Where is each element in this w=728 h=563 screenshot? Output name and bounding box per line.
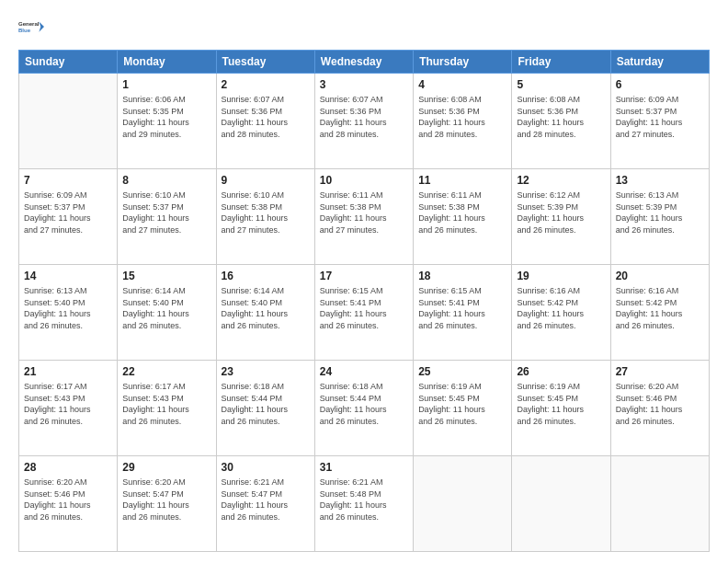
calendar-cell: 25Sunrise: 6:19 AM Sunset: 5:45 PM Dayli… — [414, 361, 512, 456]
calendar-header-monday: Monday — [118, 51, 216, 74]
calendar-cell: 18Sunrise: 6:15 AM Sunset: 5:41 PM Dayli… — [414, 265, 512, 361]
calendar-cell: 1Sunrise: 6:06 AM Sunset: 5:35 PM Daylig… — [118, 74, 216, 169]
calendar-cell: 4Sunrise: 6:08 AM Sunset: 5:36 PM Daylig… — [414, 74, 512, 169]
day-info: Sunrise: 6:17 AM Sunset: 5:43 PM Dayligh… — [24, 381, 112, 427]
day-info: Sunrise: 6:20 AM Sunset: 5:46 PM Dayligh… — [24, 477, 112, 523]
day-number: 20 — [616, 269, 704, 283]
day-info: Sunrise: 6:07 AM Sunset: 5:36 PM Dayligh… — [222, 94, 310, 140]
day-info: Sunrise: 6:10 AM Sunset: 5:38 PM Dayligh… — [222, 190, 310, 236]
day-number: 7 — [24, 173, 112, 188]
calendar-cell — [19, 74, 118, 169]
calendar-cell: 6Sunrise: 6:09 AM Sunset: 5:37 PM Daylig… — [610, 74, 709, 169]
calendar-cell: 23Sunrise: 6:18 AM Sunset: 5:44 PM Dayli… — [216, 361, 314, 456]
calendar-header-thursday: Thursday — [414, 51, 512, 74]
day-number: 15 — [122, 269, 210, 283]
day-info: Sunrise: 6:09 AM Sunset: 5:37 PM Dayligh… — [24, 190, 112, 236]
calendar-cell: 9Sunrise: 6:10 AM Sunset: 5:38 PM Daylig… — [216, 169, 314, 265]
svg-text:General: General — [18, 21, 40, 27]
day-number: 27 — [616, 364, 704, 379]
day-number: 11 — [418, 173, 506, 188]
calendar-table: SundayMondayTuesdayWednesdayThursdayFrid… — [18, 50, 710, 552]
calendar-cell: 29Sunrise: 6:20 AM Sunset: 5:47 PM Dayli… — [118, 456, 216, 552]
day-info: Sunrise: 6:20 AM Sunset: 5:46 PM Dayligh… — [616, 381, 704, 427]
day-info: Sunrise: 6:14 AM Sunset: 5:40 PM Dayligh… — [122, 285, 210, 331]
calendar-cell: 17Sunrise: 6:15 AM Sunset: 5:41 PM Dayli… — [314, 265, 413, 361]
day-number: 1 — [122, 77, 210, 92]
day-info: Sunrise: 6:13 AM Sunset: 5:40 PM Dayligh… — [24, 285, 112, 331]
day-info: Sunrise: 6:14 AM Sunset: 5:40 PM Dayligh… — [222, 285, 310, 331]
day-info: Sunrise: 6:21 AM Sunset: 5:47 PM Dayligh… — [222, 477, 310, 523]
day-info: Sunrise: 6:06 AM Sunset: 5:35 PM Dayligh… — [122, 94, 210, 140]
calendar-cell: 30Sunrise: 6:21 AM Sunset: 5:47 PM Dayli… — [216, 456, 314, 552]
day-number: 2 — [222, 77, 310, 92]
day-number: 14 — [24, 269, 112, 283]
day-number: 29 — [122, 460, 210, 475]
calendar-cell: 3Sunrise: 6:07 AM Sunset: 5:36 PM Daylig… — [314, 74, 413, 169]
calendar-cell: 5Sunrise: 6:08 AM Sunset: 5:36 PM Daylig… — [512, 74, 610, 169]
day-info: Sunrise: 6:08 AM Sunset: 5:36 PM Dayligh… — [418, 94, 506, 140]
day-number: 10 — [320, 173, 408, 188]
day-number: 30 — [222, 460, 310, 475]
day-number: 28 — [24, 460, 112, 475]
day-info: Sunrise: 6:13 AM Sunset: 5:39 PM Dayligh… — [616, 190, 704, 236]
day-number: 12 — [517, 173, 605, 188]
svg-text:Blue: Blue — [18, 28, 31, 33]
day-info: Sunrise: 6:07 AM Sunset: 5:36 PM Dayligh… — [320, 94, 408, 140]
day-info: Sunrise: 6:21 AM Sunset: 5:48 PM Dayligh… — [320, 477, 408, 523]
calendar-cell: 22Sunrise: 6:17 AM Sunset: 5:43 PM Dayli… — [118, 361, 216, 456]
day-info: Sunrise: 6:19 AM Sunset: 5:45 PM Dayligh… — [517, 381, 605, 427]
day-number: 4 — [418, 77, 506, 92]
day-info: Sunrise: 6:17 AM Sunset: 5:43 PM Dayligh… — [122, 381, 210, 427]
day-info: Sunrise: 6:11 AM Sunset: 5:38 PM Dayligh… — [418, 190, 506, 236]
calendar-cell — [414, 456, 512, 552]
day-number: 26 — [517, 364, 605, 379]
day-number: 25 — [418, 364, 506, 379]
day-number: 9 — [222, 173, 310, 188]
calendar-week-row: 1Sunrise: 6:06 AM Sunset: 5:35 PM Daylig… — [19, 74, 710, 169]
day-info: Sunrise: 6:18 AM Sunset: 5:44 PM Dayligh… — [222, 381, 310, 427]
day-number: 18 — [418, 269, 506, 283]
calendar-cell — [512, 456, 610, 552]
day-number: 22 — [122, 364, 210, 379]
day-number: 5 — [517, 77, 605, 92]
day-info: Sunrise: 6:18 AM Sunset: 5:44 PM Dayligh… — [320, 381, 408, 427]
day-info: Sunrise: 6:08 AM Sunset: 5:36 PM Dayligh… — [517, 94, 605, 140]
calendar-cell: 14Sunrise: 6:13 AM Sunset: 5:40 PM Dayli… — [19, 265, 118, 361]
calendar-header-sunday: Sunday — [19, 51, 118, 74]
calendar-cell: 7Sunrise: 6:09 AM Sunset: 5:37 PM Daylig… — [19, 169, 118, 265]
calendar-cell: 15Sunrise: 6:14 AM Sunset: 5:40 PM Dayli… — [118, 265, 216, 361]
day-number: 6 — [616, 77, 704, 92]
day-info: Sunrise: 6:11 AM Sunset: 5:38 PM Dayligh… — [320, 190, 408, 236]
day-number: 3 — [320, 77, 408, 92]
day-info: Sunrise: 6:15 AM Sunset: 5:41 PM Dayligh… — [418, 285, 506, 331]
calendar-cell — [610, 456, 709, 552]
calendar-cell: 2Sunrise: 6:07 AM Sunset: 5:36 PM Daylig… — [216, 74, 314, 169]
calendar-cell: 19Sunrise: 6:16 AM Sunset: 5:42 PM Dayli… — [512, 265, 610, 361]
calendar-header-tuesday: Tuesday — [216, 51, 314, 74]
day-number: 17 — [320, 269, 408, 283]
day-info: Sunrise: 6:09 AM Sunset: 5:37 PM Dayligh… — [616, 94, 704, 140]
day-number: 21 — [24, 364, 112, 379]
day-number: 31 — [320, 460, 408, 475]
logo-icon: GeneralBlue — [18, 15, 44, 40]
calendar-cell: 16Sunrise: 6:14 AM Sunset: 5:40 PM Dayli… — [216, 265, 314, 361]
calendar-week-row: 21Sunrise: 6:17 AM Sunset: 5:43 PM Dayli… — [19, 361, 710, 456]
calendar-header-friday: Friday — [512, 51, 610, 74]
calendar-cell: 12Sunrise: 6:12 AM Sunset: 5:39 PM Dayli… — [512, 169, 610, 265]
calendar-cell: 10Sunrise: 6:11 AM Sunset: 5:38 PM Dayli… — [314, 169, 413, 265]
calendar-header-saturday: Saturday — [610, 51, 709, 74]
page: GeneralBlue SundayMondayTuesdayWednesday… — [0, 0, 728, 563]
calendar-cell: 31Sunrise: 6:21 AM Sunset: 5:48 PM Dayli… — [314, 456, 413, 552]
calendar-cell: 11Sunrise: 6:11 AM Sunset: 5:38 PM Dayli… — [414, 169, 512, 265]
calendar-cell: 13Sunrise: 6:13 AM Sunset: 5:39 PM Dayli… — [610, 169, 709, 265]
calendar-cell: 24Sunrise: 6:18 AM Sunset: 5:44 PM Dayli… — [314, 361, 413, 456]
day-info: Sunrise: 6:12 AM Sunset: 5:39 PM Dayligh… — [517, 190, 605, 236]
calendar-cell: 8Sunrise: 6:10 AM Sunset: 5:37 PM Daylig… — [118, 169, 216, 265]
day-info: Sunrise: 6:10 AM Sunset: 5:37 PM Dayligh… — [122, 190, 210, 236]
calendar-header-row: SundayMondayTuesdayWednesdayThursdayFrid… — [19, 51, 710, 74]
day-number: 8 — [122, 173, 210, 188]
calendar-cell: 28Sunrise: 6:20 AM Sunset: 5:46 PM Dayli… — [19, 456, 118, 552]
day-info: Sunrise: 6:15 AM Sunset: 5:41 PM Dayligh… — [320, 285, 408, 331]
calendar-cell: 20Sunrise: 6:16 AM Sunset: 5:42 PM Dayli… — [610, 265, 709, 361]
day-info: Sunrise: 6:16 AM Sunset: 5:42 PM Dayligh… — [616, 285, 704, 331]
